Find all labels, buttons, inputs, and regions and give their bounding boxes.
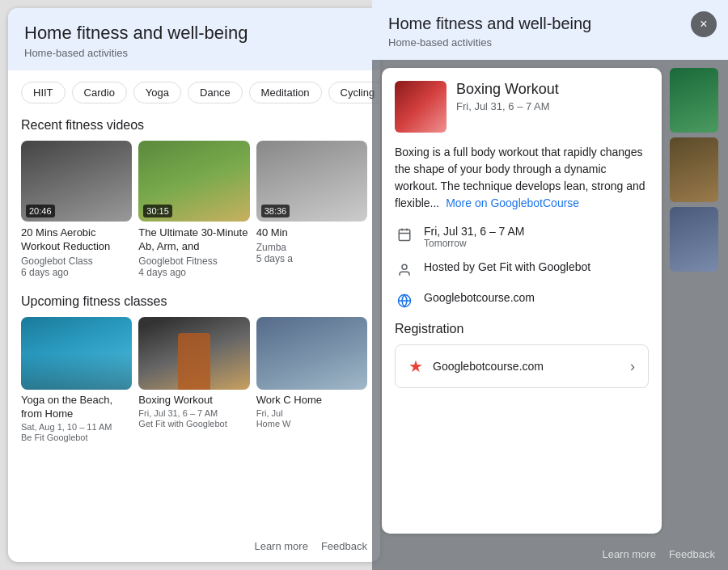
reg-star-icon: ★ <box>408 357 423 376</box>
video-card-0[interactable]: 20:46 20 Mins Aerobic Workout Reduction … <box>21 141 132 278</box>
right-title: Home fitness and well-being <box>388 15 688 33</box>
feedback-link-left[interactable]: Feedback <box>321 540 367 552</box>
event-thumbnail <box>395 81 447 133</box>
event-date-sub: Tomorrow <box>424 238 649 249</box>
side-thumb-1 <box>670 68 718 133</box>
class-thumb-2 <box>256 317 367 390</box>
event-date-line: Fri, Jul 31, 6 – 7 AM <box>424 225 649 238</box>
right-header: Home fitness and well-being Home-based a… <box>372 0 728 60</box>
chip-meditation[interactable]: Meditation <box>249 82 322 103</box>
event-meta-date: Fri, Jul 31, 6 – 7 AM Tomorrow <box>395 225 649 249</box>
video-channel-1: Googlebot Fitness <box>138 255 249 267</box>
right-content: Boxing Workout Fri, Jul 31, 6 – 7 AM Box… <box>372 60 728 542</box>
video-thumb-1: 30:15 <box>138 141 249 222</box>
left-panel-header: Home fitness and well-being Home-based a… <box>8 8 380 70</box>
classes-row: Yoga on the Beach, from Home Sat, Aug 1,… <box>8 317 380 449</box>
feedback-link-right[interactable]: Feedback <box>669 548 715 560</box>
class-card-2[interactable]: Work C Home Fri, Jul Home W <box>256 317 367 442</box>
left-panel: Home fitness and well-being Home-based a… <box>8 8 380 562</box>
upcoming-classes-label: Upcoming fitness classes <box>8 288 380 317</box>
event-description: Boxing is a full body workout that rapid… <box>395 144 649 212</box>
event-meta-website: Googlebotcourse.com <box>395 291 649 310</box>
video-ago-2: 5 days a <box>256 253 367 264</box>
event-header: Boxing Workout Fri, Jul 31, 6 – 7 AM <box>395 81 649 133</box>
class-title-0: Yoga on the Beach, from Home <box>21 394 132 421</box>
class-host-2: Home W <box>256 419 367 429</box>
event-host: Hosted by Get Fit with Googlebot <box>424 260 649 273</box>
video-ago-0: 6 days ago <box>21 267 132 278</box>
event-meta-host: Hosted by Get Fit with Googlebot <box>395 260 649 280</box>
chip-yoga[interactable]: Yoga <box>133 82 181 103</box>
video-title-0: 20 Mins Aerobic Workout Reduction <box>21 226 132 254</box>
chip-dance[interactable]: Dance <box>188 82 243 103</box>
close-button[interactable]: × <box>691 11 717 37</box>
class-date-1: Fri, Jul 31, 6 – 7 AM <box>138 408 249 418</box>
class-host-1: Get Fit with Googlebot <box>138 419 249 429</box>
side-thumb-2 <box>670 137 718 202</box>
video-card-1[interactable]: 30:15 The Ultimate 30-Minute Ab, Arm, an… <box>138 141 249 278</box>
reg-arrow-icon: › <box>630 358 635 375</box>
side-thumb-strip <box>670 68 718 534</box>
class-title-1: Boxing Workout <box>138 394 249 407</box>
video-thumb-2: 38:36 <box>256 141 367 222</box>
svg-point-4 <box>402 264 407 269</box>
video-row: 20:46 20 Mins Aerobic Workout Reduction … <box>8 141 380 288</box>
right-subtitle: Home-based activities <box>388 36 688 49</box>
right-footer: Learn more Feedback <box>372 542 728 570</box>
person-icon <box>395 260 414 280</box>
class-date-0: Sat, Aug 1, 10 – 11 AM <box>21 422 132 432</box>
class-card-0[interactable]: Yoga on the Beach, from Home Sat, Aug 1,… <box>21 317 132 442</box>
video-channel-2: Zumba <box>256 242 367 253</box>
event-date-header: Fri, Jul 31, 6 – 7 AM <box>456 100 649 112</box>
video-title-2: 40 Min <box>256 226 367 240</box>
registration-label: Registration <box>395 322 649 336</box>
event-title: Boxing Workout <box>456 81 649 98</box>
left-panel-title: Home fitness and well-being <box>24 23 364 44</box>
video-ago-1: 4 days ago <box>138 267 249 278</box>
chip-cardio[interactable]: Cardio <box>72 82 127 103</box>
learn-more-link-left[interactable]: Learn more <box>254 540 307 552</box>
learn-more-link-right[interactable]: Learn more <box>602 548 655 560</box>
chip-hiit[interactable]: HIIT <box>21 82 66 103</box>
recent-videos-label: Recent fitness videos <box>8 112 380 141</box>
more-link[interactable]: More on GooglebotCourse <box>446 196 579 209</box>
class-thumb-1 <box>138 317 249 390</box>
event-thumb-inner <box>395 81 447 133</box>
video-channel-0: Googlebot Class <box>21 255 132 267</box>
left-footer: Learn more Feedback <box>8 534 380 562</box>
detail-card: Boxing Workout Fri, Jul 31, 6 – 7 AM Box… <box>382 68 662 534</box>
video-thumb-0: 20:46 <box>21 141 132 222</box>
side-thumb-3 <box>670 207 718 272</box>
beach-overlay <box>21 353 132 390</box>
globe-icon <box>395 291 414 310</box>
reg-site: Googlebotcourse.com <box>433 360 544 373</box>
video-card-2[interactable]: 38:36 40 Min Zumba 5 days a <box>256 141 367 278</box>
class-title-2: Work C Home <box>256 394 367 407</box>
svg-rect-0 <box>399 230 410 241</box>
class-card-1[interactable]: Boxing Workout Fri, Jul 31, 6 – 7 AM Get… <box>138 317 249 442</box>
video-title-1: The Ultimate 30-Minute Ab, Arm, and <box>138 226 249 254</box>
right-overlay: Home fitness and well-being Home-based a… <box>372 0 728 570</box>
class-date-2: Fri, Jul <box>256 408 367 418</box>
class-host-0: Be Fit Googlebot <box>21 433 132 442</box>
video-duration-0: 20:46 <box>26 205 55 217</box>
video-duration-2: 38:36 <box>261 205 290 217</box>
video-duration-1: 30:15 <box>143 205 172 217</box>
left-panel-subtitle: Home-based activities <box>24 47 364 59</box>
class-thumb-0 <box>21 317 132 390</box>
boxing-figure <box>178 333 210 390</box>
calendar-icon <box>395 225 414 244</box>
event-website: Googlebotcourse.com <box>424 291 649 304</box>
registration-box[interactable]: ★ Googlebotcourse.com › <box>395 344 649 388</box>
filter-chips: HIIT Cardio Yoga Dance Meditation Cyclin… <box>8 70 380 112</box>
